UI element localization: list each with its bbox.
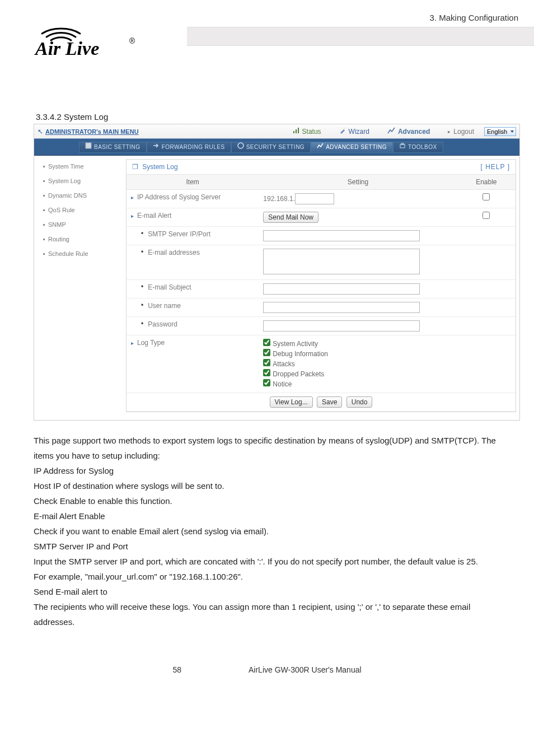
- status-link[interactable]: Status: [285, 124, 329, 138]
- advanced-link[interactable]: Advanced: [380, 124, 438, 138]
- help-link[interactable]: [ HELP ]: [481, 163, 510, 171]
- chapter-banner: [187, 27, 534, 46]
- desc-l5: Check if you want to enable Email alert …: [34, 524, 500, 539]
- col-item: Item: [127, 175, 259, 190]
- advanced-icon: [387, 127, 395, 136]
- sidebar-item-system-log[interactable]: System Log: [34, 174, 124, 188]
- syslog-ip-label: IP Address of Syslog Server: [127, 190, 259, 208]
- tab-basic-label: BASIC SETTING: [94, 142, 140, 153]
- sidebar-item-system-time[interactable]: System Time: [34, 159, 124, 174]
- row-syslog-ip: IP Address of Syslog Server 192.168.1.: [127, 190, 516, 208]
- sidebar: System Time System Log Dynamic DNS QoS R…: [34, 156, 124, 420]
- doc-footer: 58 AirLive GW-300R User's Manual: [0, 665, 534, 691]
- row-buttons: View Log... Save Undo: [127, 393, 516, 412]
- tab-row: BASIC SETTING FORWARDING RULES SECURITY …: [34, 139, 519, 156]
- email-addr-label: E-mail addresses: [127, 245, 259, 280]
- toolbox-icon: [399, 142, 406, 153]
- col-enable: Enable: [457, 175, 516, 190]
- admin-top-bar: ↖ ADMINISTRATOR's MAIN MENU Status Wizar…: [34, 124, 519, 139]
- sidebar-item-label: Schedule Rule: [48, 250, 88, 257]
- row-smtp: SMTP Server IP/Port: [127, 227, 516, 245]
- airlive-logo: Air Live ®: [31, 24, 146, 58]
- tab-toolbox[interactable]: TOOLBOX: [393, 142, 443, 153]
- logout-arrow-icon: ▸: [448, 129, 451, 134]
- smtp-input[interactable]: [263, 230, 420, 241]
- desc-l4: E-mail Alert Enable: [34, 508, 500, 524]
- advanced-label: Advanced: [398, 128, 430, 136]
- tab-forwarding-label: FORWARDING RULES: [162, 142, 225, 153]
- tab-basic-setting[interactable]: BASIC SETTING: [79, 142, 147, 153]
- svg-rect-3: [296, 129, 297, 133]
- chk-notice[interactable]: Notice: [263, 379, 452, 388]
- sidebar-item-routing[interactable]: Routing: [34, 232, 124, 246]
- desc-p1: This page support two methods to export …: [34, 433, 500, 463]
- username-input[interactable]: [263, 302, 420, 313]
- sidebar-item-qos-rule[interactable]: QoS Rule: [34, 203, 124, 217]
- send-mail-button[interactable]: Send Mail Now: [263, 212, 318, 223]
- syslog-enable-checkbox[interactable]: [483, 193, 490, 200]
- sidebar-item-dynamic-dns[interactable]: Dynamic DNS: [34, 188, 124, 203]
- forwarding-icon: [153, 142, 160, 153]
- sidebar-item-snmp[interactable]: SNMP: [34, 217, 124, 232]
- syslog-ip-input[interactable]: [295, 193, 334, 204]
- svg-rect-2: [293, 131, 294, 133]
- email-alert-enable-checkbox[interactable]: [483, 212, 490, 219]
- desc-l6: SMTP Server IP and Port: [34, 539, 500, 554]
- status-label: Status: [302, 128, 321, 136]
- sidebar-item-label: Dynamic DNS: [48, 192, 87, 199]
- username-label: User name: [127, 298, 259, 317]
- logout-link[interactable]: ▸ Logout: [440, 124, 482, 138]
- tab-forwarding-rules[interactable]: FORWARDING RULES: [147, 142, 231, 153]
- password-input[interactable]: [263, 320, 420, 332]
- row-email-addresses: E-mail addresses: [127, 245, 516, 280]
- log-type-label: Log Type: [127, 335, 259, 393]
- tab-advanced-setting[interactable]: ADVANCED SETTING: [311, 142, 393, 153]
- language-selector[interactable]: English: [484, 127, 516, 136]
- panel-header: ❐ System Log [ HELP ]: [127, 160, 516, 175]
- chk-attacks[interactable]: Attacks: [263, 359, 452, 368]
- language-select[interactable]: English: [484, 127, 516, 136]
- row-log-type: Log Type System Activity Debug Informati…: [127, 335, 516, 393]
- sidebar-item-label: SNMP: [48, 221, 66, 228]
- chk-dropped-packets[interactable]: Dropped Packets: [263, 369, 452, 378]
- email-subject-input[interactable]: [263, 283, 420, 295]
- chk-system-activity[interactable]: System Activity: [263, 339, 452, 348]
- sidebar-item-schedule-rule[interactable]: Schedule Rule: [34, 246, 124, 261]
- desc-l10: The recipients who will receive these lo…: [34, 599, 500, 629]
- tab-advanced-label: ADVANCED SETTING: [326, 142, 387, 153]
- system-log-panel: ❐ System Log [ HELP ] Item Setting Enabl…: [126, 159, 516, 412]
- desc-l8: For example, "mail.your_url.com" or "192…: [34, 569, 500, 584]
- view-log-button[interactable]: View Log...: [270, 396, 313, 408]
- status-icon: [293, 127, 299, 136]
- desc-l1: IP Address for Syslog: [34, 463, 500, 478]
- desc-l2: Host IP of destination where syslogs wil…: [34, 478, 500, 493]
- sidebar-item-label: System Time: [48, 163, 84, 170]
- security-icon: [237, 142, 244, 153]
- svg-point-6: [238, 143, 243, 148]
- svg-rect-7: [400, 144, 405, 148]
- panel-title: System Log: [142, 163, 177, 171]
- main-menu-label: ADMINISTRATOR's MAIN MENU: [45, 128, 283, 135]
- svg-rect-5: [86, 143, 91, 148]
- panel-title-icon: ❐: [132, 163, 138, 171]
- tab-security-setting[interactable]: SECURITY SETTING: [231, 142, 311, 153]
- sidebar-item-label: Routing: [48, 236, 69, 242]
- row-email-alert: E-mail Alert Send Mail Now: [127, 208, 516, 227]
- wizard-link[interactable]: Wizard: [331, 124, 377, 138]
- chk-debug-info[interactable]: Debug Information: [263, 349, 452, 358]
- save-button[interactable]: Save: [317, 396, 342, 408]
- main-panel-area: ❐ System Log [ HELP ] Item Setting Enabl…: [124, 156, 519, 420]
- undo-button[interactable]: Undo: [346, 396, 373, 408]
- tab-security-label: SECURITY SETTING: [246, 142, 305, 153]
- row-email-subject: E-mail Subject: [127, 280, 516, 298]
- svg-text:®: ®: [129, 36, 135, 45]
- logout-label: Logout: [453, 128, 474, 136]
- smtp-label: SMTP Server IP/Port: [127, 227, 259, 245]
- sidebar-item-label: System Log: [48, 178, 81, 184]
- col-setting: Setting: [259, 175, 457, 190]
- advanced-tab-icon: [317, 142, 324, 153]
- page-number: 58: [172, 665, 181, 674]
- row-password: Password: [127, 317, 516, 335]
- email-addresses-textarea[interactable]: [263, 249, 420, 274]
- email-subject-label: E-mail Subject: [127, 280, 259, 298]
